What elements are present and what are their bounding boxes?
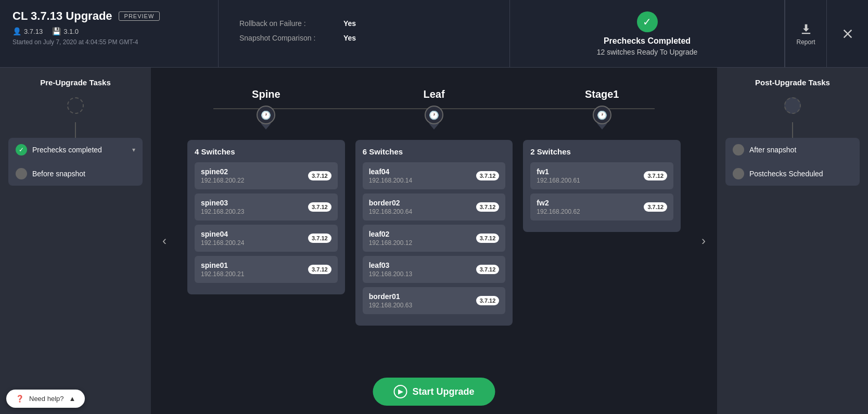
pre-upgrade-tasks: ✓ Prechecks completed ▾ Before snapshot — [8, 138, 143, 186]
task-dot-icon — [16, 168, 27, 179]
close-icon — [840, 27, 855, 41]
postchecks-dot — [733, 168, 744, 179]
status-subtitle: 12 switches Ready To Upgrade — [597, 48, 698, 56]
os-version: 💾 3.1.0 — [52, 27, 79, 35]
stage-stage1: Stage1 🕐 2 Switches fw1 192.168.200.61 — [518, 88, 686, 232]
close-button[interactable] — [826, 0, 868, 67]
report-button[interactable]: Report — [785, 0, 826, 67]
leaf-stage-icon: 🕐 — [425, 106, 443, 124]
spine-stage-icon: 🕐 — [257, 106, 275, 124]
help-label: Need help? — [29, 395, 64, 403]
switch-spine04[interactable]: spine04 192.168.200.24 3.7.12 — [195, 225, 338, 252]
started-text: Started on July 7, 2020 at 4:04:55 PM GM… — [12, 38, 206, 46]
stages-row: Spine 🕐 4 Switches spine02 192.168.200.2… — [182, 88, 686, 326]
task-prechecks-label: Prechecks completed — [32, 146, 102, 154]
switch-spine03[interactable]: spine03 192.168.200.23 3.7.12 — [195, 193, 338, 221]
header-actions: Report — [785, 0, 868, 67]
post-upgrade-title: Post-Upgrade Tasks — [755, 78, 830, 87]
leaf-switch-box: 6 Switches leaf04 192.168.200.14 3.7.12 … — [355, 140, 513, 326]
post-upgrade-circle — [784, 97, 801, 114]
download-icon — [799, 22, 813, 36]
stage-leaf: Leaf 🕐 6 Switches leaf04 192.168.200.14 — [350, 88, 518, 326]
header-status: ✓ Prechecks Completed 12 switches Ready … — [510, 0, 785, 67]
center-stage: ‹ › Spine 🕐 4 Switches — [151, 68, 717, 414]
leaf-switch-count: 6 Switches — [363, 147, 506, 156]
spine-switch-box: 4 Switches spine02 192.168.200.22 3.7.12… — [187, 140, 345, 294]
task-after-snapshot[interactable]: After snapshot — [725, 138, 860, 162]
stage-leaf-title: Leaf — [423, 88, 444, 100]
postchecks-label: Postchecks Scheduled — [749, 170, 823, 178]
header-left: CL 3.7.13 Upgrade PREVIEW 👤 3.7.13 💾 3.1… — [0, 0, 219, 67]
snapshot-label: Snapshot Comparison : — [239, 34, 343, 42]
task-check-icon: ✓ — [16, 144, 27, 156]
switch-spine01[interactable]: spine01 192.168.200.21 3.7.12 — [195, 256, 338, 283]
post-upgrade-tasks: After snapshot Postchecks Scheduled — [725, 138, 860, 186]
task-before-snapshot[interactable]: Before snapshot — [8, 162, 143, 186]
switch-fw2[interactable]: fw2 192.168.200.62 3.7.12 — [530, 193, 673, 221]
main-content: Pre-Upgrade Tasks ✓ Prechecks completed … — [0, 68, 868, 414]
stage1-stage-icon: 🕐 — [593, 106, 611, 124]
switch-border02[interactable]: border02 192.168.200.64 3.7.12 — [363, 193, 506, 221]
chevron-down-icon: ▾ — [132, 146, 135, 153]
task-postchecks[interactable]: Postchecks Scheduled — [725, 162, 860, 186]
snapshot-value: Yes — [343, 34, 356, 42]
after-snapshot-dot — [733, 144, 744, 156]
stage1-switch-box: 2 Switches fw1 192.168.200.61 3.7.12 fw2 — [523, 140, 681, 232]
page-title: CL 3.7.13 Upgrade — [12, 9, 112, 23]
stage-spine-title: Spine — [252, 88, 280, 100]
switch-leaf03[interactable]: leaf03 192.168.200.13 3.7.12 — [363, 256, 506, 283]
prev-nav-button[interactable]: ‹ — [155, 231, 174, 250]
status-title: Prechecks Completed — [604, 36, 691, 46]
help-icon: ❓ — [16, 395, 24, 403]
switch-fw1[interactable]: fw1 192.168.200.61 3.7.12 — [530, 162, 673, 189]
task-prechecks[interactable]: ✓ Prechecks completed ▾ — [8, 138, 143, 162]
cl-version: 👤 3.7.13 — [12, 27, 43, 35]
spine-switch-count: 4 Switches — [195, 147, 338, 156]
stage-stage1-title: Stage1 — [585, 88, 619, 100]
bottom-bar: ▶ Start Upgrade — [373, 378, 495, 406]
preview-badge: PREVIEW — [119, 11, 160, 21]
task-before-snapshot-label: Before snapshot — [32, 170, 85, 178]
stage1-switch-count: 2 Switches — [530, 147, 673, 156]
play-icon: ▶ — [393, 385, 407, 398]
cl-icon: 👤 — [12, 27, 21, 35]
os-icon: 💾 — [52, 27, 61, 35]
help-chevron-icon: ▲ — [69, 395, 76, 403]
pre-upgrade-title: Pre-Upgrade Tasks — [40, 78, 111, 87]
switch-spine02[interactable]: spine02 192.168.200.22 3.7.12 — [195, 162, 338, 189]
post-upgrade-sidebar: Post-Upgrade Tasks After snapshot Postch… — [717, 68, 868, 414]
help-widget[interactable]: ❓ Need help? ▲ — [6, 390, 85, 408]
pre-upgrade-circle — [67, 97, 84, 114]
header-middle: Rollback on Failure : Yes Snapshot Compa… — [219, 0, 510, 67]
rollback-label: Rollback on Failure : — [239, 19, 343, 28]
switch-leaf04[interactable]: leaf04 192.168.200.14 3.7.12 — [363, 162, 506, 189]
header: CL 3.7.13 Upgrade PREVIEW 👤 3.7.13 💾 3.1… — [0, 0, 868, 68]
status-check-icon: ✓ — [637, 11, 658, 32]
start-upgrade-button[interactable]: ▶ Start Upgrade — [373, 378, 495, 406]
pre-connector-line — [75, 122, 76, 138]
rollback-value: Yes — [343, 19, 356, 28]
next-nav-button[interactable]: › — [694, 231, 713, 250]
stage-spine: Spine 🕐 4 Switches spine02 192.168.200.2… — [182, 88, 350, 294]
switch-border01[interactable]: border01 192.168.200.63 3.7.12 — [363, 287, 506, 314]
post-connector-line — [792, 122, 793, 138]
switch-leaf02[interactable]: leaf02 192.168.200.12 3.7.12 — [363, 225, 506, 252]
pre-upgrade-sidebar: Pre-Upgrade Tasks ✓ Prechecks completed … — [0, 68, 151, 414]
after-snapshot-label: After snapshot — [749, 146, 796, 154]
